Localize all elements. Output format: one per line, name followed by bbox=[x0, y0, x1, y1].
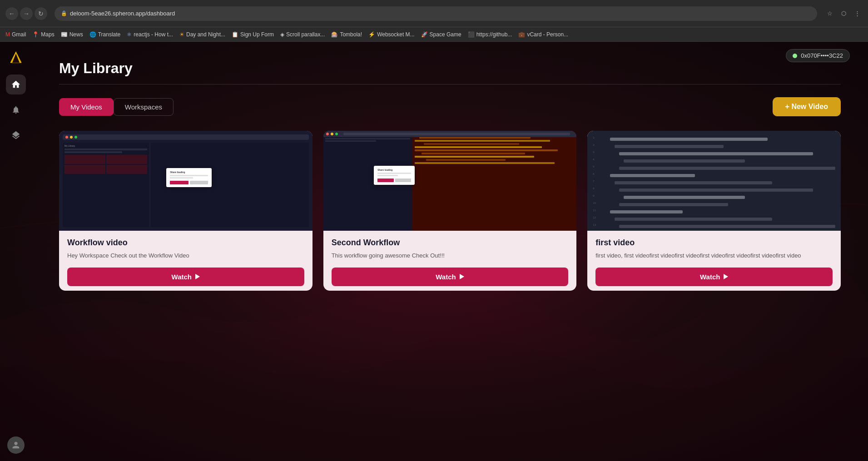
bookmark-gmail[interactable]: M Gmail bbox=[5, 31, 26, 38]
spacegame-icon: 🚀 bbox=[421, 31, 428, 38]
card-thumbnail-2: My Library bbox=[323, 131, 577, 231]
maps-icon: 📍 bbox=[32, 31, 39, 38]
card-body-1: Workflow video Hey Workspace Check out t… bbox=[59, 231, 312, 291]
card-body-2: Second Workflow This workflow going awes… bbox=[323, 231, 577, 291]
card-footer-3: Watch bbox=[595, 268, 833, 286]
watch-button-3[interactable]: Watch bbox=[595, 268, 833, 286]
user-avatar[interactable] bbox=[7, 436, 25, 454]
sidebar-item-home[interactable] bbox=[6, 74, 26, 94]
card-thumbnail-3: 1 2 3 4 bbox=[587, 131, 841, 231]
signup-icon: 📋 bbox=[232, 31, 238, 38]
new-video-button[interactable]: + New Video bbox=[773, 97, 841, 116]
gmail-icon: M bbox=[5, 31, 10, 38]
sidebar-item-layers[interactable] bbox=[6, 125, 26, 145]
websocket-icon: ⚡ bbox=[368, 31, 375, 38]
video-card-first[interactable]: 1 2 3 4 bbox=[587, 131, 841, 291]
wallet-badge[interactable]: 0x070F••••3C22 bbox=[786, 49, 850, 62]
bookmark-reactjs[interactable]: ⚛ reactjs - How t... bbox=[127, 31, 173, 38]
tab-workspaces[interactable]: Workspaces bbox=[114, 98, 174, 116]
main-content: 0x070F••••3C22 My Library My Videos Work… bbox=[32, 42, 868, 461]
card-footer-1: Watch bbox=[67, 268, 304, 286]
watch-button-2[interactable]: Watch bbox=[332, 268, 569, 286]
video-card-workflow-2[interactable]: My Library bbox=[323, 131, 577, 291]
app-container: 0x070F••••3C22 My Library My Videos Work… bbox=[0, 42, 868, 461]
github-icon: ⬛ bbox=[468, 31, 475, 38]
browser-actions: ☆ ⬡ ⋮ bbox=[824, 8, 863, 19]
page-title: My Library bbox=[59, 60, 841, 77]
bookmarks-bar: M Gmail 📍 Maps 📰 News 🌐 Translate ⚛ reac… bbox=[0, 27, 868, 42]
cards-grid: My Library bbox=[59, 131, 841, 291]
tab-my-videos[interactable]: My Videos bbox=[59, 98, 114, 116]
play-icon-2 bbox=[460, 274, 464, 279]
tabs-row: My Videos Workspaces + New Video bbox=[59, 97, 841, 116]
browser-nav-buttons: ← → ↻ bbox=[5, 7, 47, 20]
card-title-3: first video bbox=[595, 238, 833, 248]
bookmark-spacegame[interactable]: 🚀 Space Game bbox=[421, 31, 461, 38]
address-bar[interactable]: 🔒 deloom-5eae26.spheron.app/dashboard bbox=[55, 6, 817, 21]
watch-button-1[interactable]: Watch bbox=[67, 268, 304, 286]
card-title-1: Workflow video bbox=[67, 238, 304, 248]
bookmark-vcard[interactable]: 💼 vCard - Person... bbox=[518, 31, 568, 38]
bookmark-websocket[interactable]: ⚡ Websocket M... bbox=[368, 31, 414, 38]
sidebar bbox=[0, 42, 32, 461]
play-icon-3 bbox=[724, 274, 728, 279]
browser-chrome: ← → ↻ 🔒 deloom-5eae26.spheron.app/dashbo… bbox=[0, 0, 868, 27]
back-button[interactable]: ← bbox=[5, 7, 18, 20]
header-bar: 0x070F••••3C22 bbox=[786, 49, 850, 62]
card-desc-1: Hey Workspace Check out the Workflow Vid… bbox=[67, 251, 304, 260]
daynight-icon: ☀ bbox=[179, 31, 184, 38]
card-title-2: Second Workflow bbox=[332, 238, 569, 248]
menu-icon[interactable]: ⋮ bbox=[852, 8, 863, 19]
wallet-address: 0x070F••••3C22 bbox=[801, 52, 843, 59]
bookmark-news[interactable]: 📰 News bbox=[61, 31, 83, 38]
bookmark-tombola[interactable]: 🎰 Tombola! bbox=[331, 31, 362, 38]
translate-icon: 🌐 bbox=[89, 31, 96, 38]
bookmark-translate[interactable]: 🌐 Translate bbox=[89, 31, 121, 38]
card-desc-2: This workflow going awesome Check Out!!! bbox=[332, 251, 569, 260]
vcard-icon: 💼 bbox=[518, 31, 525, 38]
parallax-icon: ◈ bbox=[280, 31, 284, 38]
sidebar-item-notifications[interactable] bbox=[6, 100, 26, 120]
forward-button[interactable]: → bbox=[20, 7, 33, 20]
tombola-icon: 🎰 bbox=[331, 31, 338, 38]
code-thumbnail: 1 2 3 4 bbox=[587, 131, 841, 231]
refresh-button[interactable]: ↻ bbox=[35, 7, 47, 20]
lock-icon: 🔒 bbox=[61, 10, 67, 16]
bookmark-signup[interactable]: 📋 Sign Up Form bbox=[232, 31, 274, 38]
url-text: deloom-5eae26.spheron.app/dashboard bbox=[70, 10, 175, 17]
bookmark-parallax[interactable]: ◈ Scroll parallax... bbox=[280, 31, 325, 38]
card-desc-3: first video, first videofirst videofirst… bbox=[595, 251, 833, 260]
card-thumbnail-1: My Library bbox=[59, 131, 312, 231]
bookmark-github[interactable]: ⬛ https://github... bbox=[468, 31, 512, 38]
title-divider bbox=[59, 84, 841, 84]
reactjs-icon: ⚛ bbox=[127, 31, 132, 38]
news-icon: 📰 bbox=[61, 31, 68, 38]
bookmark-daynight[interactable]: ☀ Day and Night... bbox=[179, 31, 225, 38]
video-card-workflow-1[interactable]: My Library bbox=[59, 131, 312, 291]
app-logo[interactable] bbox=[8, 49, 24, 65]
tabs-left: My Videos Workspaces bbox=[59, 98, 174, 116]
card-body-3: first video first video, first videofirs… bbox=[587, 231, 841, 291]
play-icon-1 bbox=[195, 274, 200, 279]
wallet-status-dot bbox=[793, 54, 797, 58]
bookmark-maps[interactable]: 📍 Maps bbox=[32, 31, 54, 38]
extensions-icon[interactable]: ⬡ bbox=[838, 8, 849, 19]
star-icon[interactable]: ☆ bbox=[824, 8, 835, 19]
card-footer-2: Watch bbox=[332, 268, 569, 286]
